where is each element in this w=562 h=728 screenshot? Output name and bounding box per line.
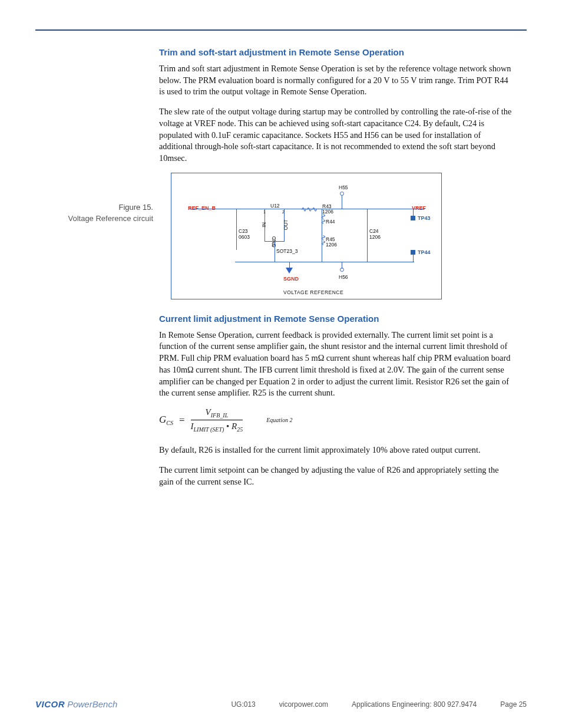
- pin-2: 2: [282, 210, 285, 214]
- equation2-label: Equation 2: [266, 417, 292, 423]
- label-h56: H56: [339, 275, 348, 280]
- label-sot: SOT23_3: [276, 249, 297, 254]
- vicor-logo: VICOR PowerBench: [35, 699, 117, 709]
- section2-p2: By default, R26 is installed for the cur…: [159, 444, 513, 456]
- footer-contact: Applications Engineering: 800 927.9474: [352, 700, 477, 709]
- label-r44: R44: [326, 219, 335, 225]
- pin-1: 1: [263, 210, 266, 214]
- figure15-number: Figure 15.: [118, 203, 153, 212]
- logo-sub: PowerBench: [65, 699, 117, 709]
- pin-out: OUT: [283, 219, 289, 230]
- label-sgnd: SGND: [283, 276, 299, 282]
- section1-p2: The slew rate of the output voltage duri…: [159, 106, 513, 164]
- label-r45: R45: [326, 237, 335, 242]
- eq-num-v: V: [206, 407, 211, 417]
- equation2: GCS = VIFB_IL ILIMIT (SET) • R25 Equatio…: [159, 407, 513, 433]
- pin-in: IN: [262, 222, 267, 228]
- label-r43: R43: [322, 204, 332, 209]
- eq-den-r-sub: 25: [237, 426, 243, 433]
- header-rule: [35, 29, 527, 31]
- label-h55: H55: [339, 185, 348, 190]
- label-c24: C24: [369, 229, 379, 234]
- eq-den-i-sub: LIMIT (SET): [194, 426, 224, 433]
- label-c23-fp: 0603: [239, 235, 250, 240]
- footer-page: Page 25: [500, 700, 527, 709]
- eq-den-r: R: [232, 421, 237, 431]
- sgnd-symbol: [286, 268, 293, 274]
- pin-3: 3: [272, 243, 274, 247]
- net-vref: VREF: [412, 206, 426, 211]
- eq-lhs: G: [159, 414, 166, 425]
- figure15-schematic: REF_EN_B VREF H55 U12 IN OUT GND 1 2 3 S…: [171, 173, 442, 299]
- tp43-pin: [411, 216, 415, 220]
- footer-site: vicorpower.com: [279, 700, 328, 709]
- figure15-sidelabel: Figure 15. Voltage Reference circuit: [35, 202, 153, 225]
- socket-h55: [340, 192, 344, 196]
- figure15-caption: Voltage Reference circuit: [68, 214, 153, 223]
- logo-main: VICOR: [35, 699, 65, 709]
- section2-heading: Current limit adjustment in Remote Sense…: [159, 314, 513, 324]
- label-c23: C23: [239, 229, 248, 234]
- eq-num-sub: IFB_IL: [211, 412, 228, 419]
- r43-symbol: ∿∿∿: [301, 205, 317, 213]
- section1-p1: Trim and soft start adjustment in Remote…: [159, 63, 513, 98]
- page-footer: VICOR PowerBench UG:013 vicorpower.com A…: [35, 699, 527, 709]
- eq-lhs-sub: CS: [166, 420, 173, 426]
- section1-heading: Trim and soft-start adjustment in Remote…: [159, 47, 513, 57]
- section2-p3: The current limit setpoint can be change…: [159, 465, 513, 487]
- label-tp43: TP43: [418, 216, 431, 221]
- tp44-pin: [411, 250, 415, 255]
- label-r45-fp: 1206: [326, 242, 337, 248]
- figure15-title: VOLTAGE REFERENCE: [283, 290, 343, 295]
- label-c24-fp: 1206: [369, 235, 381, 240]
- label-u12: U12: [270, 203, 280, 209]
- label-tp44: TP44: [418, 250, 431, 255]
- footer-doc: UG:013: [231, 700, 255, 709]
- section2-p1: In Remote Sense Operation, current feedb…: [159, 330, 513, 399]
- net-ref-en-b: REF_EN_B: [188, 206, 216, 211]
